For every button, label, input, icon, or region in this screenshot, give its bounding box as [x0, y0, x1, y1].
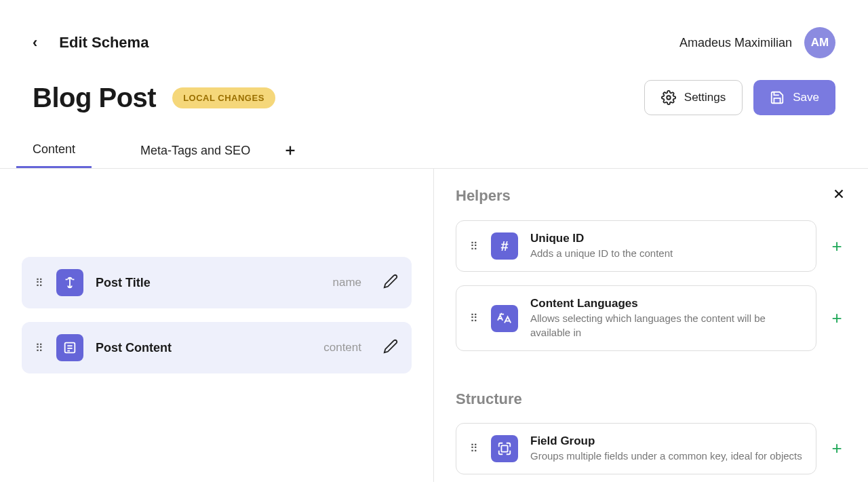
helper-card-unique-id[interactable]: ⠿ # Unique ID Adds a unique ID to the co…: [456, 220, 816, 272]
helper-title: Field Group: [530, 434, 802, 448]
svg-rect-9: [501, 445, 507, 451]
svg-point-0: [667, 96, 671, 100]
add-helper-button[interactable]: +: [827, 308, 846, 329]
header-right: Amadeus Maximilian AM: [679, 27, 835, 58]
gear-icon: [661, 90, 676, 105]
save-button[interactable]: Save: [753, 80, 835, 115]
helper-row-field-group: ⠿ Field Group Groups multiple fields und…: [456, 423, 846, 474]
helpers-panel: Helpers ⠿ # Unique ID Adds a unique ID t…: [434, 169, 868, 482]
settings-label: Settings: [684, 91, 726, 104]
translate-icon: [491, 305, 518, 332]
helper-desc: Groups multiple fields under a common ke…: [530, 449, 802, 463]
field-label: Post Content: [96, 341, 311, 355]
edit-field-button[interactable]: [383, 274, 398, 291]
user-name[interactable]: Amadeus Maximilian: [679, 36, 792, 50]
plus-icon: [283, 143, 298, 158]
save-icon: [770, 90, 785, 105]
rich-text-icon: [56, 334, 83, 361]
top-header: ‹ Edit Schema Amadeus Maximilian AM: [0, 0, 868, 58]
close-icon: [831, 186, 846, 201]
helper-card-content-languages[interactable]: ⠿ Content Languages Allows selecting whi…: [456, 285, 816, 351]
add-helper-button[interactable]: +: [827, 236, 846, 257]
tabs: Content Meta-Tags and SEO: [0, 115, 868, 169]
title-actions: Settings Save: [644, 80, 835, 115]
fields-panel: ⠿ Post Title name ⠿ Post Content content: [0, 169, 434, 482]
drag-handle-icon[interactable]: ⠿: [35, 342, 44, 354]
text-cursor-icon: [56, 269, 83, 296]
group-icon: [491, 435, 518, 462]
drag-handle-icon[interactable]: ⠿: [470, 312, 479, 325]
field-card-post-title[interactable]: ⠿ Post Title name: [22, 257, 412, 308]
add-tab-button[interactable]: [283, 143, 298, 167]
tab-content[interactable]: Content: [16, 142, 92, 168]
title-row: Blog Post LOCAL CHANGES Settings Save: [0, 58, 868, 115]
drag-handle-icon[interactable]: ⠿: [35, 277, 44, 289]
section-title: Helpers: [456, 187, 511, 205]
helper-row-content-languages: ⠿ Content Languages Allows selecting whi…: [456, 285, 846, 351]
helper-text: Content Languages Allows selecting which…: [530, 297, 802, 340]
status-badge: LOCAL CHANGES: [172, 87, 275, 108]
pencil-icon: [383, 339, 398, 354]
header-title: Edit Schema: [59, 34, 149, 52]
drag-handle-icon[interactable]: ⠿: [470, 240, 479, 253]
helper-desc: Adds a unique ID to the content: [530, 247, 802, 260]
field-card-post-content[interactable]: ⠿ Post Content content: [22, 322, 412, 373]
edit-field-button[interactable]: [383, 339, 398, 357]
add-helper-button[interactable]: +: [827, 438, 846, 459]
header-left: ‹ Edit Schema: [33, 34, 149, 52]
avatar[interactable]: AM: [804, 27, 835, 58]
pencil-icon: [383, 274, 398, 289]
back-chevron-icon[interactable]: ‹: [33, 34, 37, 52]
tab-meta-seo[interactable]: Meta-Tags and SEO: [140, 144, 250, 167]
avatar-initials: AM: [811, 36, 829, 49]
page-title: Blog Post: [33, 83, 156, 113]
save-label: Save: [793, 91, 819, 104]
field-key: name: [332, 276, 361, 289]
helper-desc: Allows selecting which languages the con…: [530, 312, 802, 340]
helper-card-field-group[interactable]: ⠿ Field Group Groups multiple fields und…: [456, 423, 816, 474]
close-panel-button[interactable]: [831, 186, 846, 205]
helper-title: Unique ID: [530, 232, 802, 245]
main: ⠿ Post Title name ⠿ Post Content content…: [0, 169, 868, 482]
helper-text: Field Group Groups multiple fields under…: [530, 434, 802, 463]
field-label: Post Title: [96, 276, 320, 290]
helper-row-unique-id: ⠿ # Unique ID Adds a unique ID to the co…: [456, 220, 846, 272]
section-head-helpers: Helpers: [456, 186, 846, 205]
title-left: Blog Post LOCAL CHANGES: [33, 83, 275, 113]
hash-icon: #: [491, 232, 518, 260]
section-title: Structure: [456, 390, 522, 408]
helper-text: Unique ID Adds a unique ID to the conten…: [530, 232, 802, 260]
helper-title: Content Languages: [530, 297, 802, 310]
drag-handle-icon[interactable]: ⠿: [470, 442, 479, 455]
settings-button[interactable]: Settings: [644, 80, 743, 115]
field-key: content: [323, 341, 361, 354]
section-head-structure: Structure: [456, 390, 846, 408]
